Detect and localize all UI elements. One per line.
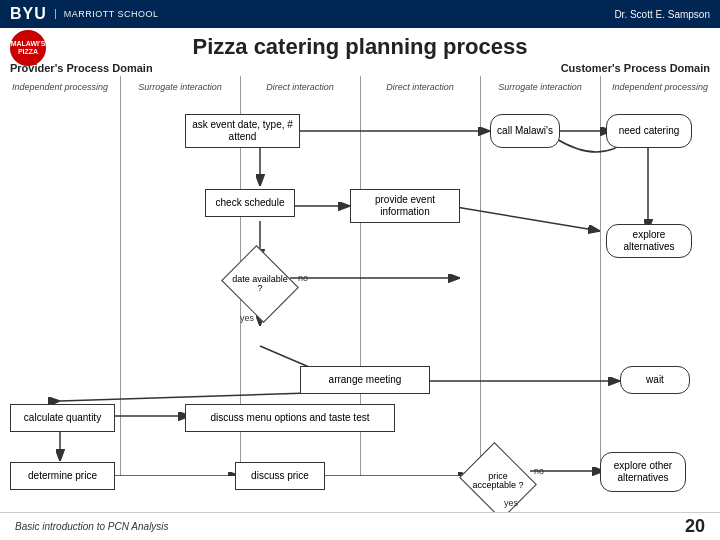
pizza-logo-text: MALAWI'S PIZZA [10, 40, 46, 55]
ask-event-box: ask event date, type, # attend [185, 114, 300, 148]
col-header-ind1: Independent processing [0, 82, 120, 92]
date-available-diamond: date available ? [230, 259, 290, 309]
marriott-text: MARRIOTT SCHOOL [55, 9, 159, 19]
footer-text: Basic introduction to PCN Analysis [15, 521, 169, 532]
diagram: Independent processing Surrogate interac… [0, 76, 720, 476]
header: BYU MARRIOTT SCHOOL Dr. Scott E. Sampson [0, 0, 720, 28]
call-malawis-box: call Malawi's [490, 114, 560, 148]
calculate-quantity-box: calculate quantity [10, 404, 115, 432]
no-label: no [298, 273, 308, 283]
provide-event-box: provide event information [350, 189, 460, 223]
vline-1 [120, 76, 121, 476]
arrange-meeting-box: arrange meeting [300, 366, 430, 394]
domain-labels: Provider's Process Domain Customer's Pro… [0, 62, 720, 74]
col-header-ind2: Independent processing [600, 82, 720, 92]
main-title: Pizza catering planning process [0, 34, 720, 60]
no2-label: no [534, 466, 544, 476]
vline-5 [600, 76, 601, 476]
byu-logo: BYU [10, 5, 47, 23]
discuss-menu-box: discuss menu options and taste test [185, 404, 395, 432]
col-header-dir1: Direct interaction [240, 82, 360, 92]
col-header-sur2: Surrogate interaction [480, 82, 600, 92]
col-headers: Independent processing Surrogate interac… [0, 76, 720, 98]
explore-other-box: explore other alternatives [600, 452, 686, 492]
title-area: Pizza catering planning process [0, 28, 720, 62]
customer-label: Customer's Process Domain [561, 62, 710, 74]
vline-4 [480, 76, 481, 476]
header-left: BYU MARRIOTT SCHOOL [10, 5, 159, 23]
explore-alt-box: explore alternatives [606, 224, 692, 258]
author-name: Dr. Scott E. Sampson [614, 9, 710, 20]
discuss-price-box: discuss price [235, 462, 325, 490]
footer-page: 20 [685, 516, 705, 537]
pizza-logo: MALAWI'S PIZZA [10, 30, 46, 66]
check-schedule-box: check schedule [205, 189, 295, 217]
price-acceptable-diamond: price acceptable ? [468, 456, 528, 506]
need-catering-box: need catering [606, 114, 692, 148]
svg-line-6 [450, 206, 600, 231]
determine-price-box: determine price [10, 462, 115, 490]
col-header-sur1: Surrogate interaction [120, 82, 240, 92]
col-header-dir2: Direct interaction [360, 82, 480, 92]
yes2-label: yes [504, 498, 518, 508]
footer: Basic introduction to PCN Analysis 20 [0, 512, 720, 540]
yes-label: yes [240, 313, 254, 323]
wait-box: wait [620, 366, 690, 394]
